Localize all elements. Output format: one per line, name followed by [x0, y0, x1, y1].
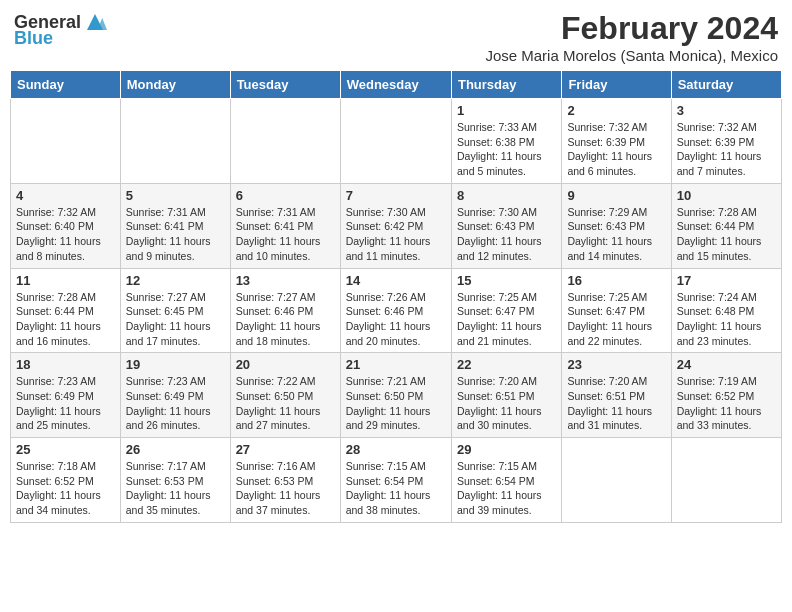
day-number: 21: [346, 357, 446, 372]
calendar: SundayMondayTuesdayWednesdayThursdayFrid…: [10, 70, 782, 523]
day-number: 2: [567, 103, 665, 118]
calendar-header: SundayMondayTuesdayWednesdayThursdayFrid…: [11, 71, 782, 99]
day-number: 28: [346, 442, 446, 457]
day-info: Sunrise: 7:27 AMSunset: 6:45 PMDaylight:…: [126, 290, 225, 349]
day-info: Sunrise: 7:23 AMSunset: 6:49 PMDaylight:…: [126, 374, 225, 433]
day-number: 11: [16, 273, 115, 288]
calendar-cell: [120, 99, 230, 184]
day-number: 17: [677, 273, 776, 288]
day-info: Sunrise: 7:32 AMSunset: 6:39 PMDaylight:…: [567, 120, 665, 179]
day-number: 4: [16, 188, 115, 203]
day-number: 16: [567, 273, 665, 288]
calendar-cell: 26Sunrise: 7:17 AMSunset: 6:53 PMDayligh…: [120, 438, 230, 523]
day-info: Sunrise: 7:28 AMSunset: 6:44 PMDaylight:…: [16, 290, 115, 349]
day-info: Sunrise: 7:23 AMSunset: 6:49 PMDaylight:…: [16, 374, 115, 433]
day-number: 10: [677, 188, 776, 203]
day-number: 23: [567, 357, 665, 372]
calendar-cell: 11Sunrise: 7:28 AMSunset: 6:44 PMDayligh…: [11, 268, 121, 353]
calendar-cell: 29Sunrise: 7:15 AMSunset: 6:54 PMDayligh…: [451, 438, 561, 523]
day-info: Sunrise: 7:19 AMSunset: 6:52 PMDaylight:…: [677, 374, 776, 433]
calendar-cell: 12Sunrise: 7:27 AMSunset: 6:45 PMDayligh…: [120, 268, 230, 353]
day-number: 9: [567, 188, 665, 203]
day-info: Sunrise: 7:15 AMSunset: 6:54 PMDaylight:…: [457, 459, 556, 518]
calendar-cell: 3Sunrise: 7:32 AMSunset: 6:39 PMDaylight…: [671, 99, 781, 184]
calendar-cell: 25Sunrise: 7:18 AMSunset: 6:52 PMDayligh…: [11, 438, 121, 523]
day-info: Sunrise: 7:17 AMSunset: 6:53 PMDaylight:…: [126, 459, 225, 518]
calendar-cell: 22Sunrise: 7:20 AMSunset: 6:51 PMDayligh…: [451, 353, 561, 438]
day-info: Sunrise: 7:32 AMSunset: 6:39 PMDaylight:…: [677, 120, 776, 179]
logo-blue: Blue: [14, 28, 53, 49]
calendar-cell: 7Sunrise: 7:30 AMSunset: 6:42 PMDaylight…: [340, 183, 451, 268]
day-info: Sunrise: 7:33 AMSunset: 6:38 PMDaylight:…: [457, 120, 556, 179]
day-info: Sunrise: 7:31 AMSunset: 6:41 PMDaylight:…: [126, 205, 225, 264]
calendar-cell: 15Sunrise: 7:25 AMSunset: 6:47 PMDayligh…: [451, 268, 561, 353]
day-info: Sunrise: 7:15 AMSunset: 6:54 PMDaylight:…: [346, 459, 446, 518]
day-number: 7: [346, 188, 446, 203]
day-number: 13: [236, 273, 335, 288]
calendar-cell: [671, 438, 781, 523]
calendar-cell: 6Sunrise: 7:31 AMSunset: 6:41 PMDaylight…: [230, 183, 340, 268]
day-info: Sunrise: 7:32 AMSunset: 6:40 PMDaylight:…: [16, 205, 115, 264]
calendar-cell: 13Sunrise: 7:27 AMSunset: 6:46 PMDayligh…: [230, 268, 340, 353]
day-info: Sunrise: 7:16 AMSunset: 6:53 PMDaylight:…: [236, 459, 335, 518]
day-number: 6: [236, 188, 335, 203]
calendar-cell: 28Sunrise: 7:15 AMSunset: 6:54 PMDayligh…: [340, 438, 451, 523]
day-number: 19: [126, 357, 225, 372]
day-info: Sunrise: 7:30 AMSunset: 6:42 PMDaylight:…: [346, 205, 446, 264]
main-title: February 2024: [485, 10, 778, 47]
weekday-header: Saturday: [671, 71, 781, 99]
title-section: February 2024 Jose Maria Morelos (Santa …: [485, 10, 778, 64]
day-number: 22: [457, 357, 556, 372]
calendar-cell: 21Sunrise: 7:21 AMSunset: 6:50 PMDayligh…: [340, 353, 451, 438]
calendar-cell: 4Sunrise: 7:32 AMSunset: 6:40 PMDaylight…: [11, 183, 121, 268]
day-number: 26: [126, 442, 225, 457]
day-number: 3: [677, 103, 776, 118]
weekday-header: Tuesday: [230, 71, 340, 99]
calendar-cell: 10Sunrise: 7:28 AMSunset: 6:44 PMDayligh…: [671, 183, 781, 268]
weekday-header: Friday: [562, 71, 671, 99]
page-header: General Blue February 2024 Jose Maria Mo…: [10, 10, 782, 64]
calendar-cell: 20Sunrise: 7:22 AMSunset: 6:50 PMDayligh…: [230, 353, 340, 438]
calendar-cell: 27Sunrise: 7:16 AMSunset: 6:53 PMDayligh…: [230, 438, 340, 523]
day-number: 1: [457, 103, 556, 118]
day-number: 27: [236, 442, 335, 457]
calendar-cell: [340, 99, 451, 184]
logo-icon: [83, 10, 107, 34]
day-info: Sunrise: 7:31 AMSunset: 6:41 PMDaylight:…: [236, 205, 335, 264]
calendar-cell: 19Sunrise: 7:23 AMSunset: 6:49 PMDayligh…: [120, 353, 230, 438]
day-info: Sunrise: 7:28 AMSunset: 6:44 PMDaylight:…: [677, 205, 776, 264]
calendar-cell: 17Sunrise: 7:24 AMSunset: 6:48 PMDayligh…: [671, 268, 781, 353]
day-number: 15: [457, 273, 556, 288]
calendar-cell: 24Sunrise: 7:19 AMSunset: 6:52 PMDayligh…: [671, 353, 781, 438]
calendar-cell: 2Sunrise: 7:32 AMSunset: 6:39 PMDaylight…: [562, 99, 671, 184]
day-number: 20: [236, 357, 335, 372]
day-info: Sunrise: 7:18 AMSunset: 6:52 PMDaylight:…: [16, 459, 115, 518]
day-info: Sunrise: 7:22 AMSunset: 6:50 PMDaylight:…: [236, 374, 335, 433]
day-info: Sunrise: 7:25 AMSunset: 6:47 PMDaylight:…: [567, 290, 665, 349]
calendar-cell: 16Sunrise: 7:25 AMSunset: 6:47 PMDayligh…: [562, 268, 671, 353]
calendar-cell: 18Sunrise: 7:23 AMSunset: 6:49 PMDayligh…: [11, 353, 121, 438]
logo: General Blue: [14, 10, 107, 49]
calendar-cell: 5Sunrise: 7:31 AMSunset: 6:41 PMDaylight…: [120, 183, 230, 268]
day-number: 18: [16, 357, 115, 372]
weekday-header: Thursday: [451, 71, 561, 99]
day-number: 5: [126, 188, 225, 203]
calendar-cell: 9Sunrise: 7:29 AMSunset: 6:43 PMDaylight…: [562, 183, 671, 268]
day-info: Sunrise: 7:29 AMSunset: 6:43 PMDaylight:…: [567, 205, 665, 264]
day-info: Sunrise: 7:30 AMSunset: 6:43 PMDaylight:…: [457, 205, 556, 264]
calendar-cell: [562, 438, 671, 523]
calendar-cell: 1Sunrise: 7:33 AMSunset: 6:38 PMDaylight…: [451, 99, 561, 184]
day-info: Sunrise: 7:27 AMSunset: 6:46 PMDaylight:…: [236, 290, 335, 349]
day-info: Sunrise: 7:21 AMSunset: 6:50 PMDaylight:…: [346, 374, 446, 433]
day-info: Sunrise: 7:20 AMSunset: 6:51 PMDaylight:…: [567, 374, 665, 433]
day-number: 29: [457, 442, 556, 457]
calendar-cell: 14Sunrise: 7:26 AMSunset: 6:46 PMDayligh…: [340, 268, 451, 353]
day-number: 12: [126, 273, 225, 288]
day-info: Sunrise: 7:20 AMSunset: 6:51 PMDaylight:…: [457, 374, 556, 433]
day-number: 25: [16, 442, 115, 457]
weekday-header: Wednesday: [340, 71, 451, 99]
subtitle: Jose Maria Morelos (Santa Monica), Mexic…: [485, 47, 778, 64]
calendar-cell: 8Sunrise: 7:30 AMSunset: 6:43 PMDaylight…: [451, 183, 561, 268]
day-info: Sunrise: 7:24 AMSunset: 6:48 PMDaylight:…: [677, 290, 776, 349]
weekday-header: Sunday: [11, 71, 121, 99]
